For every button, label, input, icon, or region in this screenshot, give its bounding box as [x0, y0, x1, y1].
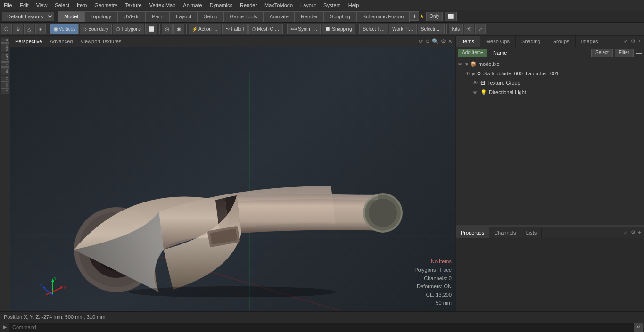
tool-square[interactable]: ⬜	[145, 24, 157, 34]
tab-schematic[interactable]: Schematic Fusion	[356, 11, 410, 22]
menu-view[interactable]: View	[33, 1, 51, 9]
tool-edge[interactable]: ◈	[35, 24, 46, 34]
sidebar-btn-f[interactable]: F	[1, 89, 9, 94]
tool-tri[interactable]: △	[24, 24, 34, 34]
add-item-button[interactable]: Add Item ▾	[458, 49, 487, 57]
sidebar-btn-e[interactable]: E	[1, 62, 9, 67]
menu-layout[interactable]: Layout	[297, 1, 320, 9]
menu-dynamics[interactable]: Dynamics	[206, 1, 236, 9]
status-polygons: Polygons : Face	[414, 266, 452, 275]
list-item[interactable]: 👁 ▶ ⚙ Switchblade_600_Launcher_001	[456, 69, 644, 78]
vp-icon-move[interactable]: ⟳	[419, 38, 423, 45]
tab-uvedit[interactable]: UVEdit	[117, 11, 146, 22]
maximize-button[interactable]: ⬜	[445, 12, 457, 21]
kits-button[interactable]: Kits	[449, 24, 463, 34]
tab-shading[interactable]: Shading	[516, 36, 546, 47]
tool-c2[interactable]: ◉	[173, 24, 184, 34]
tool-origin[interactable]: ⊕	[13, 24, 23, 34]
props-expand-icon[interactable]: ⤢	[623, 229, 629, 236]
workpl-button[interactable]: Work Pl…	[389, 24, 417, 34]
sidebar-btn-dup[interactable]: Dup	[1, 43, 9, 52]
list-item[interactable]: 👁 🖼 Texture Group	[456, 78, 644, 88]
menu-item[interactable]: Item	[73, 1, 91, 9]
rotate-button[interactable]: ⟲	[464, 24, 474, 34]
items-gear-icon[interactable]: ⚙	[630, 38, 636, 45]
menu-maxtomodo[interactable]: MaxToModo	[261, 1, 297, 9]
visibility-icon-1[interactable]: 👁	[465, 71, 470, 76]
sidebar-btn-c[interactable]: C	[1, 76, 9, 81]
only-button[interactable]: Only	[426, 12, 443, 21]
vp-icon-close[interactable]: ✕	[448, 38, 453, 45]
tab-properties[interactable]: Properties	[456, 227, 489, 238]
selecti-button[interactable]: Selecti …	[418, 24, 445, 34]
items-select-button[interactable]: Select	[591, 49, 613, 57]
falloff-button[interactable]: 〜 Falloff	[222, 24, 248, 34]
vp-icon-settings[interactable]: ⚙	[441, 38, 446, 45]
tab-items[interactable]: Items	[456, 36, 480, 47]
tool-hex[interactable]: ⬡	[1, 24, 12, 34]
menu-file[interactable]: File	[0, 1, 16, 9]
layout-bar: Default Layouts Model Topology UVEdit Pa…	[0, 10, 644, 23]
tab-channels[interactable]: Channels	[489, 227, 521, 238]
tab-lists[interactable]: Lists	[521, 227, 542, 238]
menu-texture[interactable]: Texture	[121, 1, 146, 9]
menu-edit[interactable]: Edit	[16, 1, 33, 9]
symm-button[interactable]: ⟺ Symm …	[287, 24, 321, 34]
items-filter-button[interactable]: Filter	[615, 49, 634, 57]
tab-setup[interactable]: Setup	[198, 11, 223, 22]
tab-model[interactable]: Model	[58, 11, 84, 22]
sidebar-btn-b[interactable]: B	[1, 38, 9, 43]
tab-scripting[interactable]: Scripting	[324, 11, 356, 22]
props-plus-icon[interactable]: +	[637, 229, 642, 236]
menu-system[interactable]: System	[320, 1, 345, 9]
menu-animate[interactable]: Animate	[179, 1, 206, 9]
expand-icon-0[interactable]: ▼	[464, 62, 469, 67]
visibility-icon-2[interactable]: 👁	[473, 81, 478, 86]
command-go-button[interactable]: ↵	[634, 323, 643, 332]
vp-icon-zoom[interactable]: 🔍	[432, 38, 439, 45]
sidebar-btn-uv[interactable]: UV	[1, 81, 9, 89]
list-item[interactable]: 👁 💡 Directional Light	[456, 88, 644, 97]
viewport-3d[interactable]: Y X Z No Items Polygons : Face Channels:…	[10, 47, 455, 311]
menu-help[interactable]: Help	[345, 1, 363, 9]
boundary-button[interactable]: ◇ Boundary	[80, 24, 112, 34]
tab-paint[interactable]: Paint	[146, 11, 170, 22]
vp-tab-perspective[interactable]: Perspective	[13, 38, 44, 45]
visibility-icon-3[interactable]: 👁	[473, 90, 478, 95]
props-gear-icon[interactable]: ⚙	[630, 229, 636, 236]
layout-dropdown[interactable]: Default Layouts	[2, 12, 54, 21]
tab-layout[interactable]: Layout	[170, 11, 198, 22]
tab-meshops[interactable]: Mesh Ops	[480, 36, 516, 47]
vp-icon-refresh[interactable]: ↺	[425, 38, 430, 45]
add-layout-tab-button[interactable]: +	[410, 11, 419, 21]
vp-tab-textures[interactable]: Viewport Textures	[78, 38, 123, 45]
items-expand-icon[interactable]: ⤢	[623, 38, 629, 45]
action-button[interactable]: ⚡ Action …	[189, 24, 221, 34]
items-plus-icon[interactable]: +	[637, 38, 642, 45]
visibility-icon-0[interactable]: 👁	[458, 62, 462, 67]
sidebar-btn-pol[interactable]: Pol	[1, 67, 9, 75]
fullscreen-button[interactable]: ⤢	[475, 24, 486, 34]
menu-select[interactable]: Select	[51, 1, 73, 9]
tab-groups[interactable]: Groups	[546, 36, 575, 47]
tab-topology[interactable]: Topology	[84, 11, 117, 22]
expand-icon-1[interactable]: ▶	[472, 71, 476, 76]
tool-c1[interactable]: ◎	[162, 24, 173, 34]
menu-vertexmap[interactable]: Vertex Map	[146, 1, 180, 9]
sidebar-btn-mesh[interactable]: Mes	[1, 53, 9, 62]
polygons-button[interactable]: ⬡ Polygons	[113, 24, 144, 34]
list-item[interactable]: 👁 ▼ 📦 modo.lxo	[456, 59, 644, 69]
tab-images[interactable]: Images	[576, 36, 604, 47]
select-t-button[interactable]: Select T…	[359, 24, 388, 34]
tab-render[interactable]: Render	[295, 11, 324, 22]
menu-geometry[interactable]: Geometry	[91, 1, 121, 9]
meshc-button[interactable]: ⬡ Mesh C …	[248, 24, 283, 34]
vp-tab-advanced[interactable]: Advanced	[48, 38, 74, 45]
tab-gametools[interactable]: Game Tools	[223, 11, 264, 22]
menu-render[interactable]: Render	[236, 1, 261, 9]
snapping-button[interactable]: 🔲 Snapping	[322, 24, 355, 34]
items-minus-button[interactable]: —	[636, 49, 642, 57]
vertices-button[interactable]: ▣ Vertices	[50, 24, 79, 34]
command-input[interactable]	[9, 323, 634, 332]
tab-animate[interactable]: Animate	[264, 11, 295, 22]
